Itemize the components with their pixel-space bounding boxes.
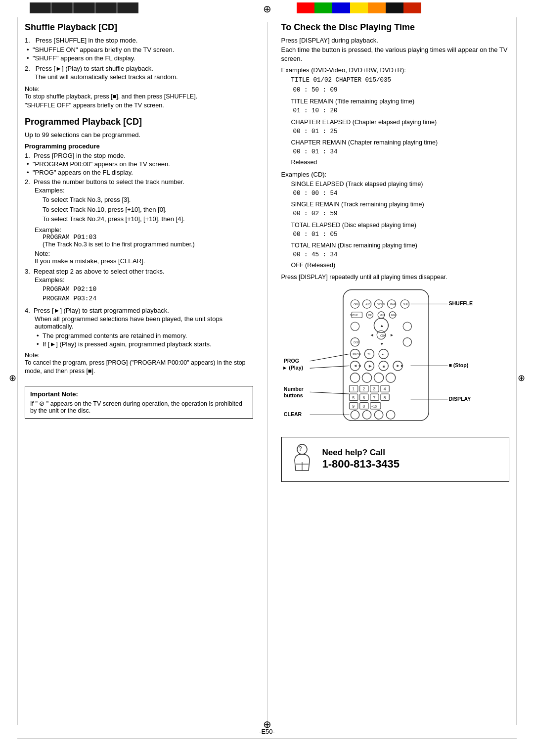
dvd-ex-0-val: 00 : 50 : 09 bbox=[291, 85, 510, 95]
svg-text:◄: ◄ bbox=[369, 332, 374, 337]
examples2-list: PROGRAM P02:10 PROGRAM P03:24 bbox=[25, 284, 253, 304]
svg-text:◄◄: ◄◄ bbox=[353, 363, 361, 368]
cd-ex-0: SINGLE ELAPSED (Track elapsed playing ti… bbox=[281, 180, 510, 198]
cd-ex-4: OFF (Released) bbox=[281, 262, 510, 269]
svg-text:PROG: PROG bbox=[353, 353, 361, 356]
step1-text: Press [SHUFFLE] in the stop mode. bbox=[36, 37, 138, 44]
shuffle-note-label: Note: bbox=[25, 86, 253, 93]
dvd-ex-3: CHAPTER REMAIN (Chapter remaining playin… bbox=[281, 138, 510, 157]
crosshair-left: ⊕ bbox=[9, 373, 16, 383]
proc-title: Programming procedure bbox=[25, 142, 253, 150]
step2-sub: The unit will automatically select track… bbox=[25, 73, 253, 81]
svg-text:PWR: PWR bbox=[390, 303, 396, 306]
example-item: To select Track No.10, press [+10], then… bbox=[43, 205, 253, 215]
cd-ex-3: TOTAL REMAIN (Disc remaining playing tim… bbox=[281, 241, 510, 260]
need-help-title: Need help? Call bbox=[322, 448, 400, 458]
seg3 bbox=[74, 2, 96, 13]
prog-intro: Up to 99 selections can be programmed. bbox=[25, 131, 253, 139]
dvd-ex-4: Released bbox=[281, 159, 510, 166]
right-intro1: Press [DISPLAY] during playback. bbox=[281, 37, 510, 44]
svg-text:2: 2 bbox=[362, 386, 365, 391]
svg-text:5: 5 bbox=[352, 395, 355, 400]
color-black bbox=[386, 2, 403, 13]
step1-shuffle: 1. Press [SHUFFLE] in the stop mode. bbox=[25, 37, 253, 44]
color-green bbox=[314, 2, 332, 13]
cd-ex-1: SINGLE REMAIN (Track remaining playing t… bbox=[281, 200, 510, 219]
svg-text:⟲: ⟲ bbox=[367, 352, 370, 356]
prog-step1: 1. Press [PROG] in the stop mode. bbox=[25, 152, 253, 159]
bullet-item: "PROGRAM P00:00" appears on the TV scree… bbox=[25, 160, 253, 168]
shuffle-title: Shuffle Playback [CD] bbox=[25, 22, 253, 33]
svg-text:?: ? bbox=[299, 445, 302, 452]
svg-text:●: ● bbox=[381, 352, 383, 356]
svg-text:3: 3 bbox=[373, 386, 375, 391]
svg-text:■: ■ bbox=[382, 364, 385, 369]
prog-step4: 4. Press [►] (Play) to start programmed … bbox=[25, 307, 253, 314]
svg-text:4: 4 bbox=[383, 386, 386, 391]
example-prog-note: (The Track No.3 is set to the first prog… bbox=[25, 241, 253, 248]
color-red bbox=[297, 2, 314, 13]
dvd-examples: TITLE 01/02 CHAPTER 015/035 00 : 50 : 09 bbox=[281, 75, 510, 95]
example-prog: PROGRAM P01:03 bbox=[25, 234, 253, 241]
svg-text:Number: Number bbox=[283, 386, 303, 392]
dvd-examples-label: Examples (DVD-Video, DVD+RW, DVD+R): bbox=[281, 66, 510, 74]
step2-note-label: Note: bbox=[25, 250, 253, 257]
svg-text:►: ► bbox=[390, 332, 394, 337]
color-orange bbox=[368, 2, 386, 13]
step4-sub: When all programmed selections have been… bbox=[25, 315, 253, 330]
step2-shuffle: 2. Press [►] (Play) to start shuffle pla… bbox=[25, 65, 253, 72]
color-yellow bbox=[350, 2, 368, 13]
dvd-ex-2: CHAPTER ELAPSED (Chapter elapsed playing… bbox=[281, 118, 510, 137]
need-help-number: 1-800-813-3435 bbox=[322, 458, 400, 471]
svg-text:AUD: AUD bbox=[365, 303, 371, 306]
seg2 bbox=[52, 2, 74, 13]
right-margin-line bbox=[516, 17, 517, 725]
svg-text:►: ► bbox=[367, 363, 372, 369]
important-note-title: Important Note: bbox=[30, 390, 248, 398]
example-item2: PROGRAM P03:24 bbox=[43, 294, 253, 304]
shuffle-note-text: To stop shuffle playback, press [■], and… bbox=[25, 93, 253, 110]
seg5 bbox=[118, 2, 138, 13]
seg4 bbox=[96, 2, 118, 13]
svg-text:buttons: buttons bbox=[283, 392, 303, 398]
example-single-label: Example: bbox=[25, 226, 253, 234]
prog-step3-text: Repeat step 2 as above to select other t… bbox=[34, 268, 164, 275]
step2-text: Press [►] (Play) to start shuffle playba… bbox=[36, 65, 153, 72]
svg-text:DP: DP bbox=[368, 314, 371, 317]
bottom-border bbox=[17, 738, 517, 739]
svg-text:DISPLAY: DISPLAY bbox=[448, 395, 471, 401]
svg-text:7: 7 bbox=[373, 395, 375, 400]
svg-text:▲: ▲ bbox=[380, 323, 384, 328]
step1-num: 1. bbox=[25, 37, 34, 44]
shuffle-section: Shuffle Playback [CD] 1. Press [SHUFFLE]… bbox=[25, 22, 253, 110]
svg-text:▼: ▼ bbox=[380, 341, 384, 346]
bullet-item: "SHUFFLE ON" appears briefly on the TV s… bbox=[25, 46, 253, 53]
top-bar: ⊕ bbox=[0, 0, 534, 16]
svg-text:0: 0 bbox=[362, 404, 365, 409]
prog-step1-bullets: "PROGRAM P00:00" appears on the TV scree… bbox=[25, 160, 253, 176]
prog-step2: 2. Press the number buttons to select th… bbox=[25, 178, 253, 186]
svg-text:DISP: DISP bbox=[354, 341, 359, 344]
svg-text:SHFL: SHFL bbox=[403, 303, 409, 306]
prog-step3: 3. Repeat step 2 as above to select othe… bbox=[25, 268, 253, 275]
important-note-box: Important Note: If " ⊘ " appears on the … bbox=[25, 386, 253, 419]
svg-text:6: 6 bbox=[362, 395, 365, 400]
important-note-text: If " ⊘ " appears on the TV screen during… bbox=[30, 400, 248, 414]
prog-step2-text: Press the number buttons to select the t… bbox=[34, 178, 184, 186]
dvd-ex-0: TITLE 01/02 CHAPTER 015/035 bbox=[291, 75, 510, 85]
examples-label: Examples: bbox=[25, 187, 253, 194]
svg-text:1: 1 bbox=[352, 386, 355, 391]
right-column: To Check the Disc Playing Time Press [DI… bbox=[267, 22, 510, 724]
svg-text:OK: OK bbox=[380, 333, 386, 338]
page-number: -E50- bbox=[259, 728, 275, 735]
cd-ex-2: TOTAL ELAPSED (Disc elapsed playing time… bbox=[281, 221, 510, 239]
svg-text:SHUFFLE: SHUFFLE bbox=[448, 300, 473, 306]
right-intro2: Each time the button is pressed, the var… bbox=[281, 46, 510, 63]
svg-text:8: 8 bbox=[383, 395, 386, 400]
prog-step4-text: Press [►] (Play) to start programmed pla… bbox=[34, 307, 169, 314]
svg-text:OPN: OPN bbox=[354, 303, 359, 306]
svg-text:PROG: PROG bbox=[283, 358, 299, 364]
svg-text:■ (Stop): ■ (Stop) bbox=[448, 362, 468, 368]
examples-label2: Examples: bbox=[25, 276, 253, 284]
crosshair-right: ⊕ bbox=[518, 373, 525, 383]
